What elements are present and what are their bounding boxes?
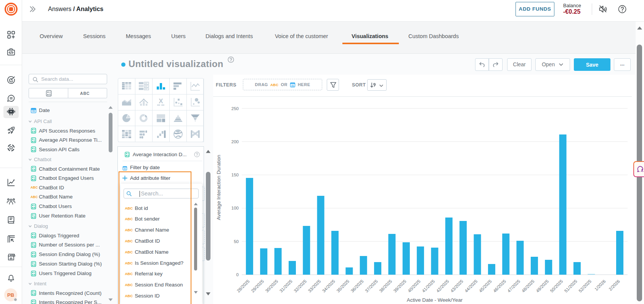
svg-text:36/2025: 36/2025	[350, 279, 365, 293]
svg-text:42/2025: 42/2025	[435, 279, 450, 293]
svg-text:48/2025: 48/2025	[521, 279, 535, 293]
svg-text:31: 31	[32, 110, 35, 112]
svg-text:50: 50	[234, 239, 239, 244]
svg-text:40/2025: 40/2025	[407, 279, 421, 293]
svg-text:34/2025: 34/2025	[321, 279, 336, 293]
svg-text:100: 100	[231, 206, 239, 210]
svg-text:1/2026: 1/2026	[594, 279, 606, 291]
svg-text:31/2025: 31/2025	[279, 279, 293, 293]
svg-text:45/2025: 45/2025	[478, 279, 493, 293]
svg-text:44/2025: 44/2025	[464, 279, 479, 293]
svg-text:50/2025: 50/2025	[549, 279, 564, 293]
svg-text:38/2025: 38/2025	[378, 279, 393, 293]
svg-text:39/2025: 39/2025	[393, 279, 407, 293]
svg-text:47/2025: 47/2025	[507, 279, 521, 293]
svg-text:33/2025: 33/2025	[307, 279, 322, 293]
svg-text:250: 250	[231, 106, 239, 111]
svg-text:35/2025: 35/2025	[336, 279, 350, 293]
svg-text:49/2025: 49/2025	[535, 279, 549, 293]
svg-text:52/2025: 52/2025	[578, 279, 592, 293]
svg-text:51/2025: 51/2025	[564, 279, 578, 293]
svg-text:29/2025: 29/2025	[250, 279, 265, 293]
svg-text:Average Interaction Duration: Average Interaction Duration	[216, 155, 222, 220]
svg-text:150: 150	[231, 173, 239, 177]
svg-text:32/2025: 32/2025	[293, 279, 307, 293]
svg-text:37/2025: 37/2025	[364, 279, 379, 293]
svg-text:41/2025: 41/2025	[421, 279, 436, 293]
svg-text:Active Date - Week/Year: Active Date - Week/Year	[407, 297, 463, 303]
svg-text:0: 0	[236, 272, 239, 277]
svg-text:X: X	[159, 98, 163, 105]
svg-text:2/2026: 2/2026	[608, 279, 621, 291]
svg-text:31: 31	[291, 84, 294, 87]
svg-text:28/2025: 28/2025	[236, 279, 251, 293]
svg-text:200: 200	[231, 139, 239, 144]
svg-text:46/2025: 46/2025	[492, 279, 507, 293]
svg-text:31: 31	[124, 168, 126, 170]
svg-text:43/2025: 43/2025	[450, 279, 464, 293]
svg-text:30/2025: 30/2025	[265, 279, 279, 293]
